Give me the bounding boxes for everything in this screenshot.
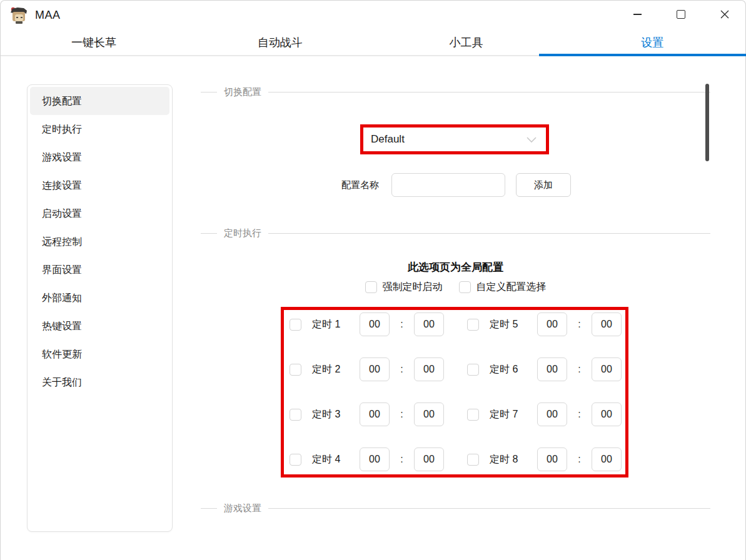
- sidebar-item-ui-settings[interactable]: 界面设置: [30, 256, 169, 284]
- section-divider-timer: 定时执行: [201, 227, 710, 239]
- timer-row-1: 定时 1 : 定时 5 :: [284, 312, 625, 336]
- annotation-box-timers: 定时 1 : 定时 5 : 定时 2 : 定时 6 : 定时 3: [281, 307, 628, 478]
- timer-4-checkbox[interactable]: [290, 454, 301, 466]
- timer-1-checkbox[interactable]: [290, 319, 301, 331]
- tab-tools[interactable]: 小工具: [373, 29, 560, 55]
- timer-7-checkbox[interactable]: [467, 409, 479, 421]
- force-scheduled-start-checkbox[interactable]: [365, 281, 377, 293]
- profile-dropdown[interactable]: Default: [363, 128, 546, 151]
- timer-5-checkbox[interactable]: [467, 319, 479, 331]
- timer-5-hour-input[interactable]: [537, 312, 567, 336]
- timer-3-label: 定时 3: [312, 408, 350, 421]
- config-name-input[interactable]: [391, 173, 505, 197]
- timer-row-4: 定时 4 : 定时 8 :: [284, 448, 625, 471]
- timer-8-checkbox[interactable]: [467, 454, 479, 466]
- section-title-switch-config: 切换配置: [224, 86, 261, 98]
- tab-settings[interactable]: 设置: [559, 29, 745, 55]
- sidebar-item-notifications[interactable]: 外部通知: [30, 284, 169, 312]
- timer-options-row: 强制定时启动 自定义配置选择: [201, 281, 710, 294]
- timer-4-label: 定时 4: [312, 453, 350, 466]
- window-close-icon: [720, 9, 730, 19]
- annotation-box-dropdown: Default: [360, 124, 549, 154]
- section-divider-game: 游戏设置: [201, 502, 710, 514]
- timer-8-hour-input[interactable]: [537, 448, 567, 471]
- sidebar-item-connection[interactable]: 连接设置: [30, 171, 169, 199]
- timer-row-2: 定时 2 : 定时 6 :: [284, 358, 625, 381]
- timer-3-minute-input[interactable]: [414, 402, 444, 426]
- timer-3-hour-input[interactable]: [360, 402, 390, 426]
- chevron-down-icon: [525, 132, 538, 146]
- window-controls: [623, 2, 739, 27]
- timer-5-minute-input[interactable]: [592, 312, 622, 336]
- settings-sidebar: 切换配置 定时执行 游戏设置 连接设置 启动设置 远程控制 界面设置 外部通知 …: [27, 84, 173, 532]
- sidebar-item-software-update[interactable]: 软件更新: [30, 340, 169, 368]
- profile-dropdown-value: Default: [371, 133, 525, 146]
- timer-6-checkbox[interactable]: [467, 364, 479, 376]
- titlebar: MAA: [1, 1, 745, 29]
- scrollbar-thumb[interactable]: [705, 84, 709, 161]
- timer-7-minute-input[interactable]: [592, 402, 622, 426]
- timer-2-label: 定时 2: [312, 363, 350, 376]
- timer-row-3: 定时 3 : 定时 7 :: [284, 402, 625, 426]
- maximize-button[interactable]: [667, 2, 695, 27]
- timer-4-hour-input[interactable]: [360, 448, 390, 471]
- custom-config-selection-checkbox[interactable]: [459, 281, 471, 293]
- timer-global-note: 此选项页为全局配置: [201, 260, 710, 274]
- timer-2-checkbox[interactable]: [290, 364, 301, 376]
- add-config-button[interactable]: 添加: [516, 173, 571, 197]
- tab-farming[interactable]: 一键长草: [1, 29, 187, 55]
- close-button[interactable]: [710, 2, 739, 27]
- sidebar-item-game-settings[interactable]: 游戏设置: [30, 143, 169, 171]
- maa-avatar-icon: [9, 5, 29, 25]
- timer-6-label: 定时 6: [490, 363, 527, 376]
- sidebar-item-timer[interactable]: 定时执行: [30, 115, 169, 143]
- app-title: MAA: [35, 9, 61, 22]
- tabbar: 一键长草 自动战斗 小工具 设置: [1, 29, 745, 56]
- timer-7-hour-input[interactable]: [537, 402, 567, 426]
- timer-8-minute-input[interactable]: [592, 448, 622, 471]
- custom-config-selection-option[interactable]: 自定义配置选择: [459, 281, 547, 294]
- window-maximize-icon: [677, 10, 685, 19]
- section-title-game: 游戏设置: [224, 502, 261, 514]
- app-window: MAA 一键长草 自动战斗 小工具 设置 切换配置 定时执行 游戏设置 连接设置: [0, 0, 746, 560]
- sidebar-item-remote-control[interactable]: 远程控制: [30, 228, 169, 256]
- window-minimize-icon: [633, 14, 642, 15]
- timer-8-label: 定时 8: [490, 453, 527, 466]
- config-name-label: 配置名称: [341, 179, 379, 191]
- timer-6-hour-input[interactable]: [537, 358, 567, 381]
- timer-7-label: 定时 7: [490, 408, 527, 421]
- timer-1-label: 定时 1: [312, 318, 350, 331]
- section-title-timer: 定时执行: [224, 228, 261, 239]
- timer-6-minute-input[interactable]: [592, 358, 622, 381]
- tab-copilot[interactable]: 自动战斗: [187, 29, 373, 55]
- config-name-row: 配置名称 添加: [341, 173, 571, 197]
- force-scheduled-start-option[interactable]: 强制定时启动: [365, 281, 443, 294]
- section-divider-switch-config: 切换配置: [201, 86, 710, 98]
- timer-2-minute-input[interactable]: [414, 358, 444, 381]
- minimize-button[interactable]: [623, 2, 652, 27]
- sidebar-item-about[interactable]: 关于我们: [30, 368, 169, 396]
- timer-1-minute-input[interactable]: [414, 312, 444, 336]
- timer-3-checkbox[interactable]: [290, 409, 301, 421]
- timer-1-hour-input[interactable]: [360, 312, 390, 336]
- sidebar-item-startup[interactable]: 启动设置: [30, 199, 169, 228]
- active-tab-underline: [539, 54, 746, 56]
- timer-2-hour-input[interactable]: [360, 358, 390, 381]
- timer-5-label: 定时 5: [490, 318, 527, 331]
- timer-4-minute-input[interactable]: [414, 448, 444, 471]
- sidebar-item-switch-config[interactable]: 切换配置: [30, 87, 169, 115]
- sidebar-item-hotkeys[interactable]: 热键设置: [30, 312, 169, 340]
